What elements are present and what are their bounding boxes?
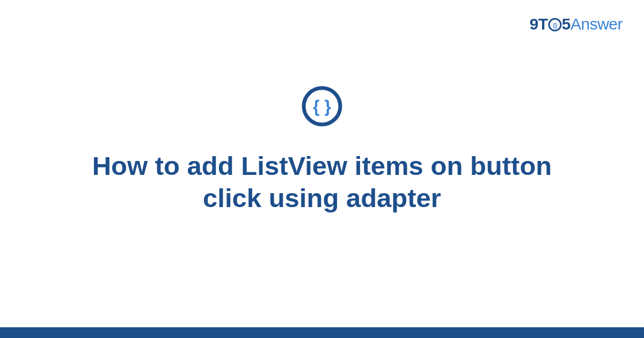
- brand-digit-9: 9: [530, 15, 538, 33]
- footer-bar: [0, 327, 644, 338]
- brand-logo: 9T {} 5Answer: [530, 15, 623, 33]
- svg-text:{ }: { }: [313, 97, 331, 116]
- brand-o-icon: {}: [548, 17, 562, 31]
- svg-text:{}: {}: [553, 22, 558, 28]
- code-braces-icon: { }: [301, 85, 343, 128]
- brand-answer: Answer: [570, 15, 623, 33]
- brand-digit-5: 5: [562, 15, 570, 33]
- brand-letter-t: T: [538, 15, 548, 33]
- page-title: How to add ListView items on button clic…: [67, 150, 577, 215]
